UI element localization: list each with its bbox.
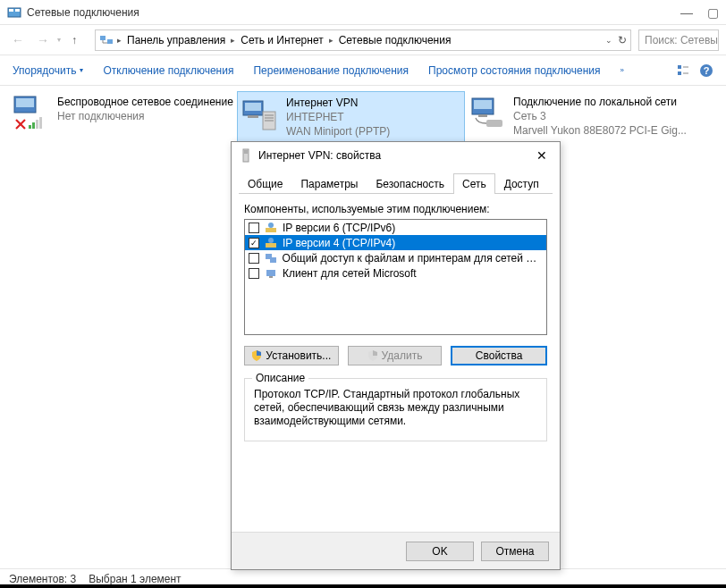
svg-point-34 [268,223,274,228]
components-listbox[interactable]: IP версии 6 (TCP/IPv6) ✓ IP версии 4 (TC… [244,219,547,335]
connection-subnet: ИНТЕРНЕТ [286,110,390,124]
search-input[interactable]: Поиск: Сетевые п [638,29,719,51]
window-titlebar: Сетевые подключения — ▢ [0,0,726,25]
client-icon [265,267,277,280]
dialog-title: Интернет VPN: свойства [258,149,531,162]
properties-button[interactable]: Свойства [451,346,547,365]
crumb-sep-icon: ▸ [229,36,237,45]
svg-rect-39 [266,270,275,276]
cancel-button[interactable]: Отмена [481,542,549,561]
svg-rect-21 [248,115,258,118]
svg-text:?: ? [704,65,710,76]
component-label: Общий доступ к файлам и принтерам для се… [283,252,543,265]
cmd-rename-connection[interactable]: Переименование подключения [253,64,409,77]
connection-name: Интернет VPN [286,96,390,110]
svg-rect-38 [270,257,276,263]
svg-rect-29 [486,120,502,127]
svg-point-36 [268,238,274,243]
vpn-icon [241,96,279,133]
connection-name: Беспроводное сетевое соединение [57,95,233,109]
component-checkbox[interactable] [249,223,259,233]
nav-forward-button[interactable]: → [32,29,54,51]
svg-rect-1 [9,9,13,12]
connection-name: Подключение по локальной сети [513,95,687,109]
svg-rect-28 [478,114,487,117]
install-button[interactable]: Установить... [244,346,339,365]
component-label: IP версии 4 (TCP/IPv4) [283,237,395,249]
component-label: IP версии 6 (TCP/IPv6) [283,222,395,234]
component-checkbox[interactable] [249,253,259,264]
bottom-strip [0,584,726,588]
description-text: Протокол TCP/IP. Стандартный протокол гл… [254,388,537,428]
shield-icon [367,350,378,361]
component-client-msnetworks[interactable]: Клиент для сетей Microsoft [245,265,546,281]
cmd-disable-connection[interactable]: Отключение подключения [103,64,233,77]
component-label: Клиент для сетей Microsoft [283,267,417,280]
refresh-icon[interactable]: ↻ [618,34,627,46]
window-maximize-button[interactable]: ▢ [707,5,719,20]
svg-rect-6 [678,71,681,75]
svg-rect-12 [16,98,34,107]
crumb-network-internet[interactable]: Сеть и Интернет [237,34,326,46]
dialog-tabs: Общие Параметры Безопасность Сеть Доступ [239,172,553,194]
address-bar[interactable]: ▸ Панель управления ▸ Сеть и Интернет ▸ … [95,29,631,51]
address-dropdown-icon[interactable]: ⌄ [605,36,612,45]
svg-rect-33 [266,228,276,232]
nav-history-dropdown[interactable]: ▾ [57,36,61,44]
svg-rect-3 [100,36,106,40]
cmd-organize[interactable]: Упорядочить▾ [13,64,83,77]
dialog-icon [239,148,253,163]
tab-general[interactable]: Общие [239,173,291,194]
window-icon [7,5,21,20]
description-group: Описание Протокол TCP/IP. Стандартный пр… [244,378,547,441]
view-options-icon[interactable] [676,63,690,78]
crumb-control-panel[interactable]: Панель управления [123,34,229,46]
window-minimize-button[interactable]: — [680,5,693,20]
crumb-sep-icon: ▸ [327,36,335,45]
svg-rect-2 [15,9,20,12]
window-title: Сетевые подключения [27,6,680,19]
connection-subnet: Сеть 3 [513,109,687,123]
connection-status: Нет подключения [57,109,233,123]
crumb-network-connections[interactable]: Сетевые подключения [335,34,455,46]
svg-rect-14 [32,122,35,129]
dialog-footer: OK Отмена [232,532,560,569]
tab-security[interactable]: Безопасность [367,173,453,194]
protocol-icon [265,237,277,249]
connection-device: Marvell Yukon 88E8072 PCI-E Gig... [513,123,687,138]
component-ipv6[interactable]: IP версии 6 (TCP/IPv6) [245,220,546,235]
description-title: Описание [252,372,308,384]
component-file-sharing[interactable]: Общий доступ к файлам и принтерам для се… [245,250,546,265]
component-checkbox[interactable] [249,268,259,279]
nav-up-button[interactable]: ↑ [64,30,84,50]
dialog-titlebar[interactable]: Интернет VPN: свойства ✕ [232,142,560,169]
svg-rect-16 [39,117,42,129]
properties-dialog: Интернет VPN: свойства ✕ Общие Параметры… [231,141,561,570]
connection-device: WAN Miniport (PPTP) [286,124,390,139]
svg-rect-40 [269,276,273,278]
svg-rect-35 [266,243,276,248]
nav-back-button[interactable]: ← [7,29,29,51]
component-ipv4[interactable]: ✓ IP версии 4 (TCP/IPv4) [245,235,546,250]
svg-rect-27 [474,100,492,109]
tab-sharing[interactable]: Доступ [495,173,548,194]
protocol-icon [265,222,277,234]
svg-rect-13 [29,125,31,129]
svg-rect-20 [245,103,261,111]
crumb-sep-icon: ▸ [115,36,123,45]
ok-button[interactable]: OK [406,542,474,561]
shield-icon [251,350,262,361]
navigation-bar: ← → ▾ ↑ ▸ Панель управления ▸ Сеть и Инт… [0,25,726,55]
cmd-view-status[interactable]: Просмотр состояния подключения» [428,64,624,77]
lan-icon [469,95,506,132]
search-placeholder: Поиск: Сетевые п [645,34,719,46]
tab-networking[interactable]: Сеть [453,173,495,194]
wireless-icon [13,95,50,132]
status-item-count: Элементов: 3 [9,573,76,585]
component-checkbox[interactable]: ✓ [249,238,259,248]
help-icon[interactable]: ? [699,63,713,78]
connection-wireless[interactable]: Беспроводное сетевое соединение Нет подк… [9,91,237,563]
tab-options[interactable]: Параметры [291,173,367,194]
uninstall-button: Удалить [348,346,443,365]
dialog-close-button[interactable]: ✕ [531,148,553,163]
